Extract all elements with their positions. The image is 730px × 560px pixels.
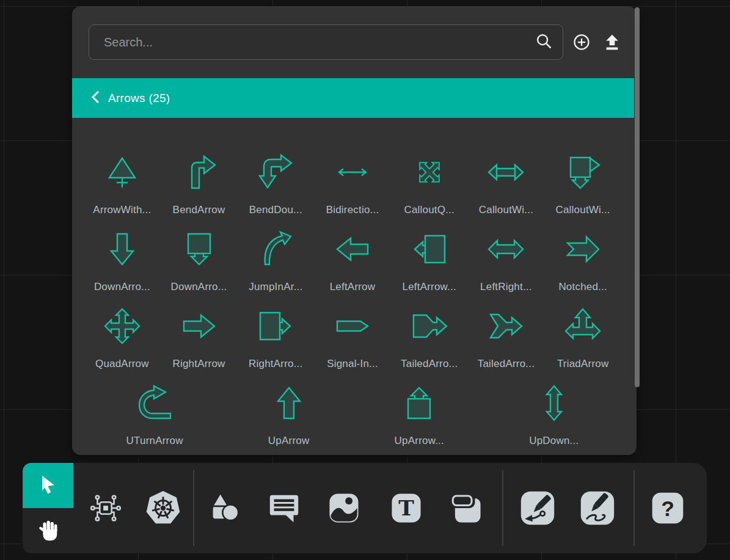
category-header-arrows[interactable]: Arrows (25) (72, 78, 634, 118)
shape-item-tailed-arrow-chevron[interactable]: TailedArro... (468, 300, 545, 377)
jump-in-arrow-icon (256, 230, 295, 271)
tool-pan[interactable] (23, 508, 73, 553)
shape-item-up-arrow-callout[interactable]: UpArrow... (395, 377, 444, 454)
shape-label: DownArro... (171, 281, 227, 293)
app-window: Arrows (25) ArrowWith...BendArrowBendDou… (0, 0, 730, 560)
panel-scrollbar[interactable] (635, 7, 640, 387)
hand-icon (35, 517, 61, 545)
svg-text:T: T (398, 496, 414, 520)
shape-label: ArrowWith... (93, 204, 151, 216)
shape-item-u-turn-arrow[interactable]: UTurnArrow (126, 377, 183, 454)
shape-item-jump-in-arrow[interactable]: JumpInAr... (237, 224, 314, 300)
triad-arrow-icon (563, 307, 602, 348)
shape-item-bidirectional-arrow[interactable]: Bidirectio... (314, 147, 391, 224)
shape-label: UpArrow (268, 435, 310, 447)
shape-item-left-right-arrow[interactable]: LeftRight... (468, 224, 545, 300)
shape-label: DownArro... (94, 281, 150, 293)
left-arrow-callout-icon (410, 230, 449, 271)
arrow-with-tail-icon (103, 153, 142, 194)
signal-in-icon (333, 307, 372, 348)
help-button[interactable]: ? (651, 492, 684, 525)
text-icon: T (389, 490, 424, 526)
image-icon (326, 490, 362, 526)
main-toolbar: T (73, 463, 707, 553)
shape-item-down-arrow-callout[interactable]: DownArro... (161, 224, 238, 300)
shape-label: QuadArrow (95, 358, 149, 370)
shape-item-bend-arrow[interactable]: BendArrow (161, 147, 238, 224)
shape-label: CalloutWi... (555, 204, 610, 216)
callout-left-right-arrow-icon (486, 153, 525, 194)
shape-item-signal-in[interactable]: Signal-In... (314, 300, 391, 377)
shape-label: RightArro... (249, 358, 302, 370)
shape-item-callout-left-right-arrow[interactable]: CalloutWi... (468, 147, 545, 224)
kubernetes-wheel-icon (144, 489, 183, 528)
question-mark-icon: ? (651, 492, 684, 525)
shape-item-callout-quad-arrow[interactable]: CalloutQ... (391, 147, 468, 224)
add-circle-icon[interactable] (572, 32, 591, 52)
bidirectional-arrow-icon (333, 153, 372, 194)
tool-kubernetes-shapes[interactable] (144, 489, 183, 528)
toolbar-divider (193, 470, 194, 546)
tool-comment[interactable] (266, 490, 302, 526)
tailed-arrow-chevron-icon (486, 307, 525, 348)
shape-label: RightArrow (173, 358, 225, 370)
shape-label: TailedArro... (478, 358, 535, 370)
panel-actions (572, 24, 622, 60)
right-arrow-icon (180, 307, 219, 348)
toolbar-divider (633, 470, 635, 546)
tailed-arrow-rect-icon (410, 307, 449, 348)
shape-item-left-arrow-callout[interactable]: LeftArrow... (391, 224, 468, 300)
shape-label: Bidirectio... (326, 204, 379, 216)
shape-item-notched-right-arrow[interactable]: Notched... (544, 224, 621, 300)
tool-freehand[interactable] (580, 490, 615, 526)
shape-item-down-arrow[interactable]: DownArro... (84, 224, 161, 300)
shape-item-tailed-arrow-rect[interactable]: TailedArro... (391, 300, 468, 377)
shape-label: LeftRight... (480, 281, 532, 293)
shape-item-up-down-arrow[interactable]: UpDown... (529, 377, 579, 454)
tool-text[interactable]: T (388, 490, 425, 526)
tool-image[interactable] (326, 490, 362, 526)
tool-draw-arrow[interactable] (520, 490, 555, 526)
shape-label: UpDown... (529, 435, 579, 447)
shape-label: CalloutQ... (404, 204, 454, 216)
upload-icon[interactable] (602, 32, 622, 52)
chip-icon (87, 489, 125, 527)
shape-label: JumpInAr... (249, 281, 302, 293)
shape-grid-last-row: UTurnArrowUpArrowUpArrow...UpDown... (84, 377, 621, 454)
shape-item-left-arrow[interactable]: LeftArrow (314, 224, 391, 300)
pointer-tool-group (23, 463, 73, 553)
shape-label: BendArrow (173, 204, 225, 216)
shape-item-up-arrow[interactable]: UpArrow (268, 377, 310, 454)
shape-label: LeftArrow... (403, 281, 456, 293)
shape-grid: ArrowWith...BendArrowBendDou...Bidirecti… (84, 147, 621, 377)
tool-frame[interactable] (448, 490, 484, 526)
shape-label: Signal-In... (327, 358, 378, 370)
tool-network-shapes[interactable] (86, 489, 125, 528)
search-icon (535, 32, 553, 53)
comment-icon (266, 490, 302, 526)
shape-item-quad-arrow[interactable]: QuadArrow (84, 300, 161, 377)
search-input-wrap[interactable] (89, 24, 563, 60)
shape-item-callout-bend-arrow[interactable]: CalloutWi... (544, 147, 621, 224)
shape-item-arrow-with-tail[interactable]: ArrowWith... (84, 147, 161, 224)
pen-scribble-icon (580, 490, 615, 526)
shape-item-right-arrow[interactable]: RightArrow (161, 300, 238, 377)
up-arrow-icon (269, 384, 308, 425)
tool-select[interactable] (23, 463, 73, 508)
bend-double-arrow-icon (256, 153, 295, 194)
shapes-icon (207, 490, 243, 526)
callout-quad-arrow-icon (410, 153, 449, 194)
down-arrow-icon (103, 230, 142, 271)
shape-item-bend-double-arrow[interactable]: BendDou... (237, 147, 314, 224)
shape-label: CalloutWi... (479, 204, 533, 216)
shape-item-triad-arrow[interactable]: TriadArrow (544, 300, 621, 377)
shape-label: UpArrow... (395, 435, 444, 447)
search-input[interactable] (103, 35, 535, 50)
tool-basic-shapes[interactable] (207, 490, 243, 526)
pen-arrow-icon (520, 490, 555, 526)
down-arrow-callout-icon (180, 230, 219, 271)
category-title: Arrows (25) (108, 92, 170, 105)
shape-label: Notched... (558, 281, 607, 293)
shape-item-right-arrow-callout[interactable]: RightArro... (237, 300, 314, 377)
up-down-arrow-icon (535, 384, 574, 425)
